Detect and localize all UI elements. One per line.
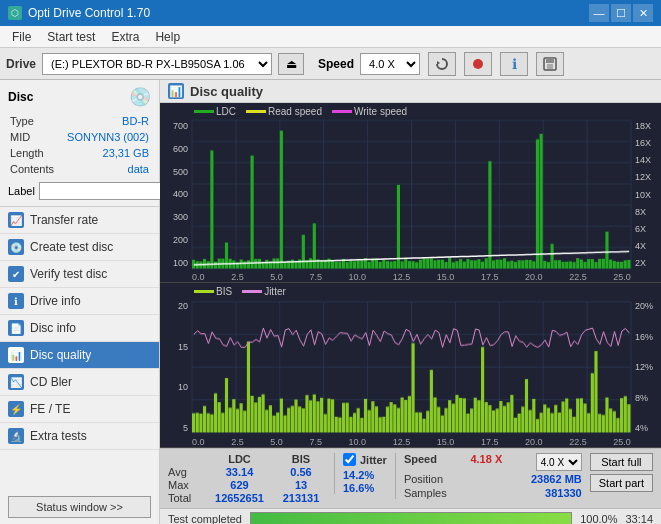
menubar: File Start test Extra Help <box>0 26 661 48</box>
drive-select[interactable]: (E:) PLEXTOR BD-R PX-LB950SA 1.06 <box>42 53 272 75</box>
app-title: Opti Drive Control 1.70 <box>28 6 150 20</box>
fe-te-label: FE / TE <box>30 402 70 416</box>
status-text: Test completed <box>168 513 242 524</box>
record-button[interactable] <box>464 52 492 76</box>
sidebar-item-disc-quality[interactable]: 📊 Disc quality <box>0 342 159 369</box>
titlebar: ⬡ Opti Drive Control 1.70 — ☐ ✕ <box>0 0 661 26</box>
position-val: 23862 MB <box>531 473 582 485</box>
jitter-label: Jitter <box>360 454 387 466</box>
sidebar-item-verify-test-disc[interactable]: ✔ Verify test disc <box>0 261 159 288</box>
type-value: BD-R <box>60 114 149 128</box>
sidebar-item-transfer-rate[interactable]: 📈 Transfer rate <box>0 207 159 234</box>
info-button[interactable]: ℹ <box>500 52 528 76</box>
chart2-canvas <box>190 283 633 447</box>
max-jitter: 16.6% <box>343 482 374 494</box>
create-test-disc-icon: 💿 <box>8 239 24 255</box>
avg-jitter: 14.2% <box>343 469 374 481</box>
save-button[interactable] <box>536 52 564 76</box>
disc-quality-label: Disc quality <box>30 348 91 362</box>
drivebar: Drive (E:) PLEXTOR BD-R PX-LB950SA 1.06 … <box>0 48 661 80</box>
legend-jitter: Jitter <box>242 286 286 297</box>
samples-label: Samples <box>404 487 447 499</box>
create-test-disc-label: Create test disc <box>30 240 113 254</box>
speed-select[interactable]: 4.0 X <box>360 53 420 75</box>
drive-info-label: Drive info <box>30 294 81 308</box>
transfer-rate-icon: 📈 <box>8 212 24 228</box>
extra-tests-icon: 🔬 <box>8 428 24 444</box>
sidebar-item-disc-info[interactable]: 📄 Disc info <box>0 315 159 342</box>
cd-bler-icon: 📉 <box>8 374 24 390</box>
chart1-canvas <box>190 103 633 282</box>
legend-ldc: LDC <box>194 106 236 117</box>
avg-bis: 0.56 <box>276 466 326 478</box>
max-label: Max <box>168 479 203 491</box>
sidebar-item-extra-tests[interactable]: 🔬 Extra tests <box>0 423 159 450</box>
eject-button[interactable]: ⏏ <box>278 53 304 75</box>
menu-help[interactable]: Help <box>147 28 188 46</box>
avg-label: Avg <box>168 466 203 478</box>
label-label: Label <box>8 185 35 197</box>
total-label: Total <box>168 492 203 504</box>
avg-ldc: 33.14 <box>207 466 272 478</box>
max-bis: 13 <box>276 479 326 491</box>
disc-info-label: Disc info <box>30 321 76 335</box>
disc-quality-header-icon: 📊 <box>168 83 184 99</box>
fe-te-icon: ⚡ <box>8 401 24 417</box>
menu-start-test[interactable]: Start test <box>39 28 103 46</box>
length-label: Length <box>10 146 58 160</box>
cd-bler-label: CD Bler <box>30 375 72 389</box>
legend-bis: BIS <box>194 286 232 297</box>
mid-value: SONYNN3 (002) <box>60 130 149 144</box>
disc-quality-icon: 📊 <box>8 347 24 363</box>
jitter-checkbox[interactable] <box>343 453 356 466</box>
contents-label: Contents <box>10 162 58 176</box>
speed-stat-label: Speed <box>404 453 437 471</box>
drive-label: Drive <box>6 57 36 71</box>
sidebar-item-fe-te[interactable]: ⚡ FE / TE <box>0 396 159 423</box>
start-full-button[interactable]: Start full <box>590 453 653 471</box>
legend-read-speed: Read speed <box>246 106 322 117</box>
refresh-button[interactable] <box>428 52 456 76</box>
length-value: 23,31 GB <box>60 146 149 160</box>
contents-value: data <box>60 162 149 176</box>
app-icon: ⬡ <box>8 6 22 20</box>
speed-stat-val: 4.18 X <box>470 453 502 471</box>
speed-label: Speed <box>318 57 354 71</box>
chart-bis: 20 15 10 5 BIS Jitter <box>160 283 661 448</box>
bis-header: BIS <box>276 453 326 465</box>
menu-file[interactable]: File <box>4 28 39 46</box>
elapsed-time: 33:14 <box>625 513 653 524</box>
menu-extra[interactable]: Extra <box>103 28 147 46</box>
statusbar: Test completed 100.0% 33:14 <box>160 508 661 524</box>
progress-fill <box>251 513 571 524</box>
disc-quality-header: 📊 Disc quality <box>160 80 661 103</box>
total-ldc: 12652651 <box>207 492 272 504</box>
save-icon <box>543 57 557 71</box>
close-button[interactable]: ✕ <box>633 4 653 22</box>
disc-quality-title: Disc quality <box>190 84 263 99</box>
ldc-header: LDC <box>207 453 272 465</box>
status-window-button[interactable]: Status window >> <box>8 496 151 518</box>
chart-ldc: 700 600 500 400 300 200 100 LDC <box>160 103 661 283</box>
record-icon <box>471 57 485 71</box>
verify-test-disc-label: Verify test disc <box>30 267 107 281</box>
sidebar-item-create-test-disc[interactable]: 💿 Create test disc <box>0 234 159 261</box>
samples-val: 381330 <box>545 487 582 499</box>
sidebar: Disc 💿 Type BD-R MID SONYNN3 (002) Lengt… <box>0 80 160 524</box>
legend-write-speed: Write speed <box>332 106 407 117</box>
label-input[interactable] <box>39 182 172 200</box>
svg-rect-3 <box>546 58 554 63</box>
type-label: Type <box>10 114 58 128</box>
sidebar-item-drive-info[interactable]: ℹ Drive info <box>0 288 159 315</box>
svg-rect-4 <box>547 64 553 69</box>
mid-label: MID <box>10 130 58 144</box>
verify-test-disc-icon: ✔ <box>8 266 24 282</box>
refresh-icon <box>435 57 449 71</box>
speed-stat-select[interactable]: 4.0 X <box>536 453 582 471</box>
max-ldc: 629 <box>207 479 272 491</box>
maximize-button[interactable]: ☐ <box>611 4 631 22</box>
start-part-button[interactable]: Start part <box>590 474 653 492</box>
stats-bar: LDC BIS Avg 33.14 0.56 Max 629 13 Tota <box>160 448 661 508</box>
minimize-button[interactable]: — <box>589 4 609 22</box>
sidebar-item-cd-bler[interactable]: 📉 CD Bler <box>0 369 159 396</box>
